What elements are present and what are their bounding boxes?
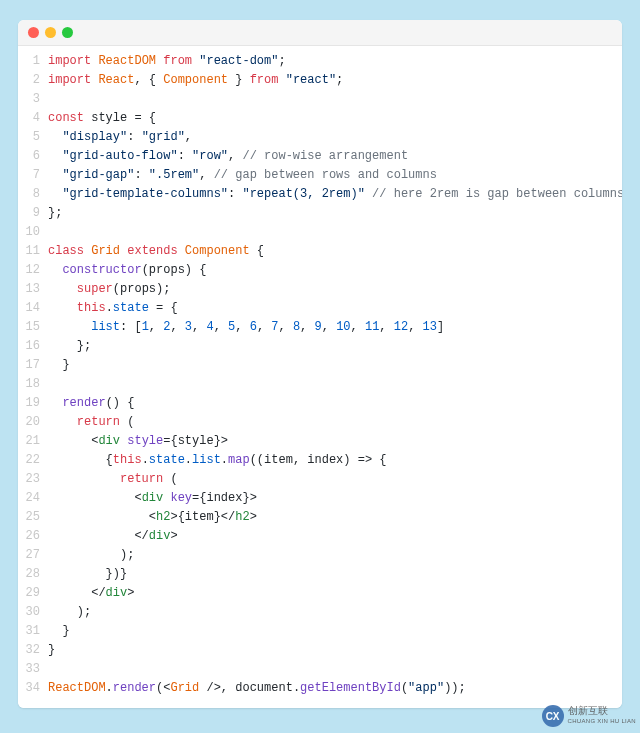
code-area: 1234567891011121314151617181920212223242… [18,46,622,708]
code-line: return ( [48,470,622,489]
code-line: }; [48,204,622,223]
code-content: import ReactDOM from "react-dom";import … [48,52,622,698]
code-line: "grid-gap": ".5rem", // gap between rows… [48,166,622,185]
line-number: 15 [18,318,40,337]
line-number: 21 [18,432,40,451]
line-number: 19 [18,394,40,413]
code-line [48,90,622,109]
line-number: 22 [18,451,40,470]
code-line: return ( [48,413,622,432]
code-line: <div key={index}> [48,489,622,508]
line-number: 27 [18,546,40,565]
line-number: 18 [18,375,40,394]
line-number: 28 [18,565,40,584]
code-line: ); [48,546,622,565]
code-line: this.state = { [48,299,622,318]
code-line: </div> [48,527,622,546]
code-line: {this.state.list.map((item, index) => { [48,451,622,470]
code-line: constructor(props) { [48,261,622,280]
line-number: 2 [18,71,40,90]
line-number: 5 [18,128,40,147]
line-number: 8 [18,185,40,204]
watermark-line2: CHUANG XIN HU LIAN [568,716,636,727]
line-number: 34 [18,679,40,698]
code-line: } [48,356,622,375]
line-number: 4 [18,109,40,128]
code-line: import React, { Component } from "react"… [48,71,622,90]
code-line: super(props); [48,280,622,299]
close-icon[interactable] [28,27,39,38]
maximize-icon[interactable] [62,27,73,38]
line-number: 24 [18,489,40,508]
code-line: ReactDOM.render(<Grid />, document.getEl… [48,679,622,698]
code-line: import ReactDOM from "react-dom"; [48,52,622,71]
watermark-line1: 创新互联 [568,705,636,716]
line-number: 11 [18,242,40,261]
line-number: 29 [18,584,40,603]
line-number: 17 [18,356,40,375]
line-number: 10 [18,223,40,242]
line-number: 26 [18,527,40,546]
watermark-logo-icon: CX [542,705,564,727]
line-number: 31 [18,622,40,641]
line-number: 9 [18,204,40,223]
line-number: 6 [18,147,40,166]
minimize-icon[interactable] [45,27,56,38]
line-number-gutter: 1234567891011121314151617181920212223242… [18,52,48,698]
code-line: class Grid extends Component { [48,242,622,261]
code-line: const style = { [48,109,622,128]
line-number: 33 [18,660,40,679]
code-line: }; [48,337,622,356]
line-number: 3 [18,90,40,109]
line-number: 23 [18,470,40,489]
code-line [48,375,622,394]
code-editor-window: 1234567891011121314151617181920212223242… [18,20,622,708]
line-number: 1 [18,52,40,71]
code-line: <div style={style}> [48,432,622,451]
line-number: 14 [18,299,40,318]
code-line: ); [48,603,622,622]
line-number: 20 [18,413,40,432]
code-line: render() { [48,394,622,413]
line-number: 30 [18,603,40,622]
window-titlebar [18,20,622,46]
code-line: list: [1, 2, 3, 4, 5, 6, 7, 8, 9, 10, 11… [48,318,622,337]
line-number: 13 [18,280,40,299]
watermark: CX 创新互联 CHUANG XIN HU LIAN [542,705,636,727]
code-line: <h2>{item}</h2> [48,508,622,527]
code-line: </div> [48,584,622,603]
line-number: 25 [18,508,40,527]
line-number: 32 [18,641,40,660]
code-line: } [48,622,622,641]
code-line [48,223,622,242]
watermark-text: 创新互联 CHUANG XIN HU LIAN [568,705,636,727]
code-line: } [48,641,622,660]
line-number: 7 [18,166,40,185]
code-line: })} [48,565,622,584]
code-line: "grid-template-columns": "repeat(3, 2rem… [48,185,622,204]
line-number: 12 [18,261,40,280]
code-line: "grid-auto-flow": "row", // row-wise arr… [48,147,622,166]
code-line [48,660,622,679]
line-number: 16 [18,337,40,356]
code-line: "display": "grid", [48,128,622,147]
